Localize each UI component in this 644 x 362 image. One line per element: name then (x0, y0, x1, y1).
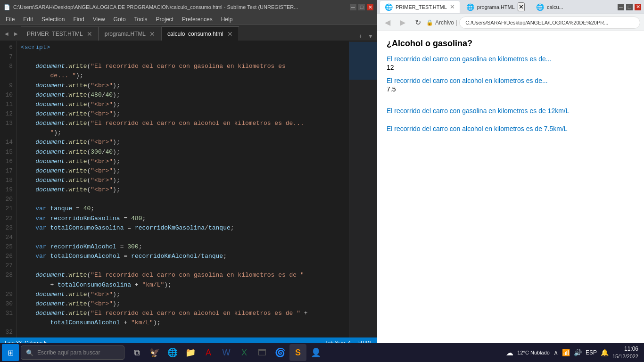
content-line-1: El recorrido del carro con gasolina en k… (387, 55, 635, 63)
minimize-button[interactable]: ─ (350, 4, 356, 10)
menu-view[interactable]: View (89, 15, 109, 24)
browser-controls: ◀ ▶ ↻ 🔒 Archivo | (377, 14, 644, 31)
title-bar-controls: ─ □ ✕ (350, 4, 373, 10)
close-button[interactable]: ✕ (367, 4, 373, 10)
tab-programa[interactable]: programa.HTML ✕ (99, 26, 161, 41)
tab-primer-close[interactable]: ✕ (87, 31, 92, 37)
browser-tab-programa-label: programa.HTML (477, 4, 515, 10)
title-bar-left: 📄 C:\Users\SARAH\Desktop\ANGELA\LOGICA D… (4, 4, 298, 10)
new-tab-button[interactable]: + (357, 32, 364, 41)
chrome-button[interactable]: 🌐 (164, 344, 181, 361)
notification-icon[interactable]: 🔔 (601, 349, 609, 356)
menu-selection[interactable]: Selection (38, 15, 68, 24)
tab-programa-close[interactable]: ✕ (149, 31, 155, 37)
line-numbers: 6 7 8 9 10 11 12 13 14 15 16 17 18 19 20… (0, 41, 17, 348)
tab-calculo-label: calculo_consumo.html (167, 31, 223, 37)
weather-text: 12°C Nublado (517, 350, 550, 355)
menu-project[interactable]: Project (152, 15, 177, 24)
forward-button[interactable]: ▶ (396, 16, 409, 29)
browser-tab-primer-close[interactable]: ✕ (450, 3, 455, 10)
tab-calculo-close[interactable]: ✕ (227, 31, 233, 37)
taskbar-search-bar[interactable]: 🔍 Escribe aquí para buscar (21, 346, 124, 360)
browser-tab-calcu-label: calcu... (547, 4, 563, 10)
network-icon[interactable]: 📶 (562, 349, 570, 356)
word-button[interactable]: W (218, 344, 235, 361)
code-area: 6 7 8 9 10 11 12 13 14 15 16 17 18 19 20… (0, 41, 377, 348)
sublime-icon: S (295, 348, 301, 358)
folder-icon: 📁 (185, 347, 196, 358)
search-icon: 🔍 (26, 349, 33, 356)
tab-programa-label: programa.HTML (105, 31, 146, 37)
task-view-button[interactable]: ⧉ (128, 344, 145, 361)
start-button[interactable]: ⊞ (2, 344, 19, 361)
taskbar-right: ☁ 12°C Nublado ∧ 📶 🔊 ESP 🔔 11:06 15/12/2… (506, 345, 642, 360)
file-icon: 📄 (4, 4, 10, 10)
browser-tab-calcu[interactable]: 🌐 calcu... (531, 1, 568, 13)
app2-button[interactable]: 🗔 (254, 344, 271, 361)
refresh-button[interactable]: ↻ (411, 16, 424, 29)
sublime-button[interactable]: S (289, 344, 306, 361)
menu-find[interactable]: Find (69, 15, 88, 24)
menu-preferences[interactable]: Preferences (178, 15, 216, 24)
minimap-thumbnail (349, 42, 377, 80)
taskbar-app-icons: ⧉ 🦅 🌐 📁 A W X 🗔 🌀 (128, 344, 324, 361)
browser-window-controls: ─ □ ✕ (618, 4, 641, 10)
browser-tab-primer-label: PRIMER_TEST.HTML (396, 4, 447, 10)
file-explorer-button[interactable]: 📁 (182, 344, 199, 361)
tab-next-button[interactable]: ▶ (11, 26, 21, 41)
tab-primer-test[interactable]: PRIMER_TEST.HTML ✕ (21, 26, 99, 41)
speaker-icon[interactable]: 🔊 (574, 349, 582, 356)
menu-bar: File Edit Selection Find View Goto Tools… (0, 14, 377, 25)
chrome2-button[interactable]: 🌀 (272, 344, 289, 361)
browser-maximize[interactable]: □ (626, 4, 633, 10)
windows-icon: ⊞ (8, 348, 14, 357)
tab-calculo[interactable]: calculo_consumo.html ✕ (161, 26, 239, 41)
chrome2-icon: 🌀 (275, 347, 285, 358)
bird-app-button[interactable]: 🦅 (146, 344, 163, 361)
app-a-button[interactable]: A (200, 344, 217, 361)
maximize-button[interactable]: □ (358, 4, 365, 10)
address-bar[interactable] (459, 16, 640, 29)
task-view-icon: ⧉ (134, 348, 140, 358)
browser-tab-programa[interactable]: 🌐 programa.HTML ✕ (462, 1, 529, 13)
editor-title-text: C:\Users\SARAH\Desktop\ANGELA\LOGICA DE … (13, 4, 298, 10)
browser-content: ¿Alcohol o gasolina? El recorrido del ca… (377, 31, 644, 356)
browser-tab-programa-close[interactable]: ✕ (518, 2, 525, 11)
clock[interactable]: 11:06 15/12/2022 (612, 345, 638, 360)
menu-tools[interactable]: Tools (131, 15, 151, 24)
person-icon: 👤 (311, 347, 321, 358)
tab-primer-label: PRIMER_TEST.HTML (27, 31, 83, 37)
excel-button[interactable]: X (236, 344, 253, 361)
person-button[interactable]: 👤 (307, 344, 324, 361)
tabs-right-controls: + ▼ (357, 32, 377, 41)
tab-list-button[interactable]: ▼ (366, 32, 375, 41)
lock-icon: 🔒 (426, 19, 433, 26)
word-icon: W (223, 348, 231, 358)
menu-edit[interactable]: Edit (19, 15, 37, 24)
menu-help[interactable]: Help (217, 15, 237, 24)
browser-minimize[interactable]: ─ (618, 4, 624, 10)
content-line-2: 12 (387, 64, 635, 71)
menu-file[interactable]: File (2, 15, 18, 24)
chevron-up-icon[interactable]: ∧ (553, 349, 558, 356)
search-placeholder: Escribe aquí para buscar (37, 349, 100, 356)
taskbar: ⊞ 🔍 Escribe aquí para buscar ⧉ 🦅 🌐 📁 A W (0, 343, 644, 362)
app2-icon: 🗔 (258, 348, 266, 358)
address-separator: | (456, 19, 457, 26)
browser-title-bar: 🌐 PRIMER_TEST.HTML ✕ 🌐 programa.HTML ✕ 🌐… (377, 0, 644, 14)
menu-goto[interactable]: Goto (110, 15, 130, 24)
code-content[interactable]: <script> document.write("El recorrido de… (17, 41, 349, 348)
date-display: 15/12/2022 (612, 353, 638, 360)
browser-close[interactable]: ✕ (635, 4, 641, 10)
content-line-3: El recorrido del carro con alcohol en ki… (387, 77, 635, 84)
content-line-4: 7.5 (387, 85, 635, 93)
back-button[interactable]: ◀ (381, 16, 394, 29)
chrome-icon: 🌐 (167, 347, 178, 358)
browser-tab-primer[interactable]: 🌐 PRIMER_TEST.HTML ✕ (380, 1, 460, 13)
time-display: 11:06 (612, 345, 638, 353)
page-title: ¿Alcohol o gasolina? (387, 39, 635, 49)
archivo-label: Archivo (435, 19, 454, 26)
content-line-5: El recorrido del carro con gasolina en k… (387, 107, 635, 115)
app-a-icon: A (206, 348, 211, 358)
tab-prev-button[interactable]: ◀ (2, 26, 11, 41)
